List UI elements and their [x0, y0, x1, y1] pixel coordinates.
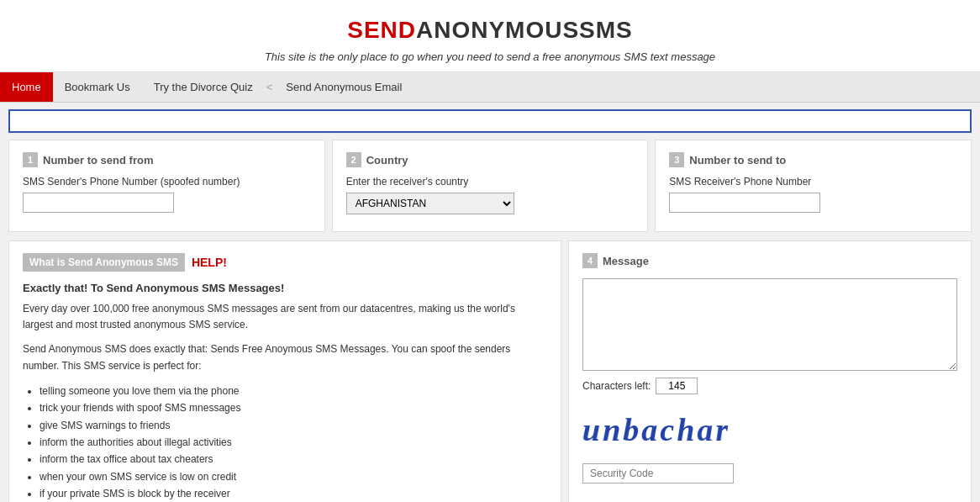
receiver-phone-input[interactable]: [669, 193, 820, 213]
step-2-title: Country: [366, 154, 408, 166]
info-list: telling someone you love them via the ph…: [40, 383, 547, 502]
message-step-number: 4: [582, 253, 598, 268]
message-box: 4 Message Characters left: unbachar: [568, 240, 972, 502]
step-1-box: 1 Number to send from SMS Sender's Phone…: [8, 140, 325, 232]
country-select[interactable]: AFGHANISTAN ALBANIA ALGERIA ANDORRA ANGO…: [346, 193, 514, 214]
chars-label: Characters left:: [582, 380, 651, 392]
step-3-header: 3 Number to send to: [669, 152, 957, 167]
step-1-header: 1 Number to send from: [23, 152, 311, 167]
nav-divorce-quiz[interactable]: Try the Divorce Quiz: [142, 72, 265, 102]
step-1-number: 1: [23, 152, 38, 167]
what-is-button: What is Send Anonymous SMS: [23, 253, 185, 272]
info-box: What is Send Anonymous SMS HELP! Exactly…: [8, 240, 561, 502]
site-tagline: This site is the only place to go when y…: [8, 50, 972, 63]
step-3-box: 3 Number to send to SMS Receiver's Phone…: [655, 140, 972, 232]
info-para-2: Send Anonymous SMS does exactly that: Se…: [23, 341, 547, 373]
nav-home[interactable]: Home: [0, 72, 53, 102]
step-2-label: Enter the receiver's country: [346, 176, 635, 188]
security-code-input[interactable]: [582, 463, 734, 484]
nav-separator: <: [265, 81, 275, 93]
nav-anonymous-email[interactable]: Send Anonymous Email: [274, 72, 414, 102]
site-title: SENDANONYMOUSSMS: [8, 17, 972, 44]
list-item: trick your friends with spoof SMS mnessa…: [40, 399, 547, 416]
header: SENDANONYMOUSSMS This site is the only p…: [0, 0, 980, 72]
step-1-title: Number to send from: [43, 154, 153, 166]
info-heading: Exactly that! To Send Anonymous SMS Mess…: [23, 282, 547, 294]
message-step-title: Message: [603, 255, 649, 267]
step-1-label: SMS Sender's Phone Number (spoofed numbe…: [23, 176, 311, 188]
nav: Home Bookmark Us Try the Divorce Quiz < …: [0, 72, 980, 103]
step-3-number: 3: [669, 152, 684, 167]
list-item: if your private SMS is block by the rece…: [40, 485, 547, 502]
blue-bar: [8, 109, 972, 133]
nav-bookmark[interactable]: Bookmark Us: [53, 72, 142, 102]
step-3-label: SMS Receiver's Phone Number: [669, 176, 957, 188]
list-item: telling someone you love them via the ph…: [40, 383, 547, 399]
list-item: give SMS warnings to friends: [40, 417, 547, 434]
info-para-1: Every day over 100,000 free anonymous SM…: [23, 301, 547, 333]
list-item: inform the authorities about illegal act…: [40, 434, 547, 451]
captcha-image: unbachar: [582, 404, 957, 455]
bottom-row: What is Send Anonymous SMS HELP! Exactly…: [8, 240, 972, 502]
captcha-text: unbachar: [582, 411, 731, 448]
chars-row: Characters left:: [582, 378, 957, 394]
step-2-header: 2 Country: [346, 152, 635, 167]
step-2-box: 2 Country Enter the receiver's country A…: [332, 140, 649, 232]
info-box-header: What is Send Anonymous SMS HELP!: [23, 253, 547, 272]
sender-phone-input[interactable]: [23, 193, 174, 213]
help-label: HELP!: [192, 256, 227, 269]
steps-row: 1 Number to send from SMS Sender's Phone…: [8, 140, 972, 232]
message-step-header: 4 Message: [582, 253, 957, 268]
chars-value[interactable]: [656, 378, 698, 394]
title-rest: ANONYMOUSSMS: [416, 17, 633, 43]
list-item: when your own SMS service is low on cred…: [40, 468, 547, 485]
step-3-title: Number to send to: [689, 154, 786, 166]
list-item: inform the tax office about tax cheaters: [40, 451, 547, 468]
title-send: SEND: [347, 17, 416, 43]
message-textarea[interactable]: [582, 278, 957, 371]
step-2-number: 2: [346, 152, 361, 167]
